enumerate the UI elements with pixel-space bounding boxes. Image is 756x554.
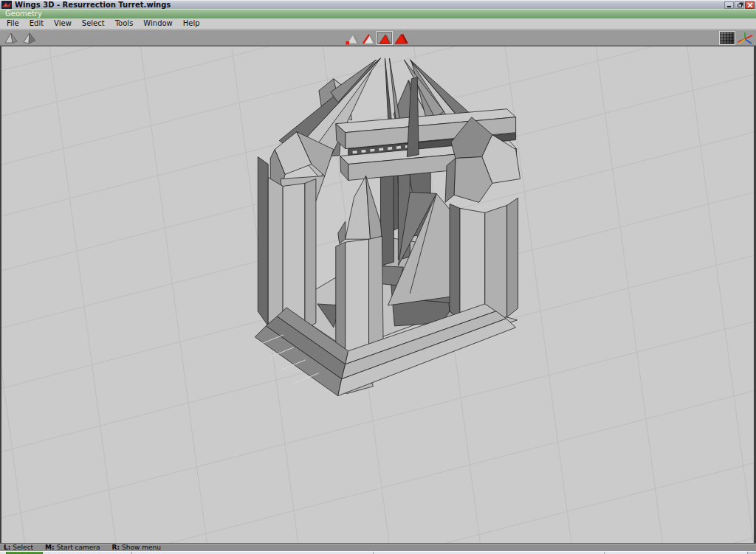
menu-select[interactable]: Select	[82, 18, 105, 29]
restore-button[interactable]	[735, 1, 744, 9]
hint-middle-mouse: M:Start camera	[45, 544, 100, 551]
hint-left-mouse: L:Select	[4, 544, 33, 551]
toolbar-right-group	[719, 31, 753, 45]
vertex-select-icon[interactable]	[344, 31, 360, 45]
pyramid-icon[interactable]	[4, 32, 18, 44]
menu-edit[interactable]: Edit	[30, 18, 44, 29]
close-icon	[747, 2, 753, 8]
taskbar-sliver	[0, 551, 756, 554]
close-button[interactable]	[745, 1, 755, 9]
hint-right-mouse: R:Show menu	[112, 544, 161, 551]
window-controls	[724, 1, 755, 9]
wings3d-logo-icon	[1, 1, 12, 9]
menu-window[interactable]: Window	[143, 18, 172, 29]
edge-select-icon[interactable]	[360, 31, 377, 45]
menu-tools[interactable]: Tools	[115, 18, 134, 29]
ground-plane-icon[interactable]	[719, 31, 735, 45]
body-select-icon[interactable]	[393, 31, 409, 45]
menu-file[interactable]: File	[7, 18, 19, 29]
wings3d-window: Wings 3D - Resurrection Turret.wings Geo…	[0, 0, 756, 554]
window-title: Wings 3D - Resurrection Turret.wings	[15, 1, 171, 9]
minimize-button[interactable]	[724, 1, 734, 9]
menu-view[interactable]: View	[54, 18, 72, 29]
restore-icon	[738, 4, 742, 7]
minimize-icon	[727, 6, 731, 7]
toolbar	[0, 30, 756, 46]
viewport[interactable]	[0, 46, 756, 544]
face-select-icon[interactable]	[377, 31, 393, 45]
selection-mode-group	[344, 31, 409, 45]
status-bar: L:Select M:Start camera R:Show menu	[0, 544, 756, 551]
menu-bar: File Edit View Select Tools Window Help	[0, 18, 756, 30]
turret-model	[255, 58, 520, 396]
axes-icon[interactable]	[737, 31, 753, 45]
geometry-window-header[interactable]: Geometry	[0, 9, 756, 18]
geometry-window-title: Geometry	[5, 10, 42, 18]
pyramid-split-icon[interactable]	[22, 32, 37, 44]
titlebar[interactable]: Wings 3D - Resurrection Turret.wings	[0, 0, 756, 9]
toolbar-left-group	[4, 32, 37, 44]
viewport-canvas	[1, 46, 754, 543]
menu-help[interactable]: Help	[183, 18, 200, 29]
